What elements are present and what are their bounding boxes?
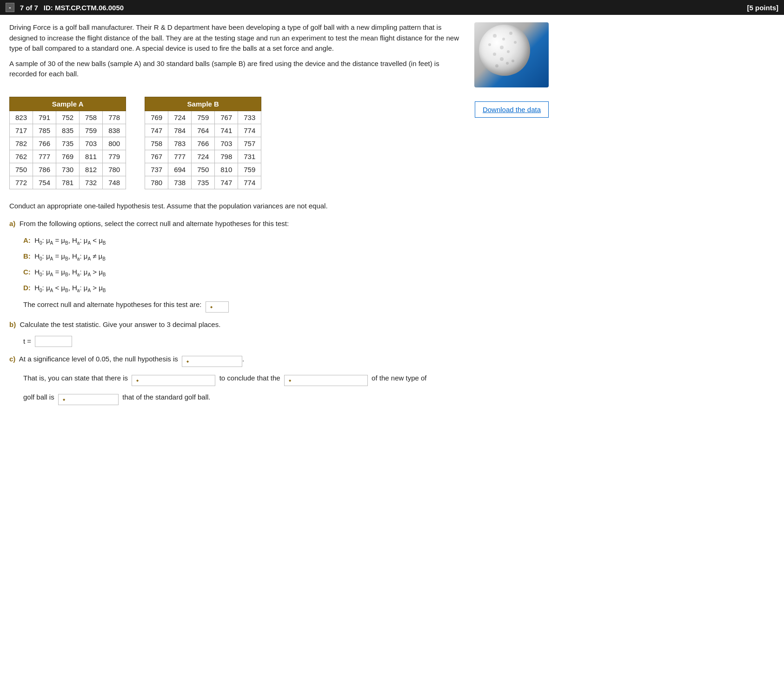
table-cell: 764 (192, 124, 215, 137)
table-cell: 774 (238, 124, 261, 137)
table-cell: 703 (80, 137, 103, 150)
part-b-label: b) (9, 320, 16, 328)
sample-a-table: Sample A 8237917527587787177858357598387… (9, 97, 126, 189)
collapse-button[interactable]: - (6, 3, 14, 12)
part-c-question: c) At a significance level of 0.05, the … (9, 353, 549, 367)
sample-b-table: Sample B 7697247597677337477847647417747… (145, 97, 261, 189)
sample-b-header: Sample B (145, 97, 261, 111)
table-row: 762777769811779 (10, 150, 126, 163)
table-cell: 759 (80, 124, 103, 137)
description-para1: Driving Force is a golf ball manufacture… (9, 22, 465, 54)
option-b-text: H0: μA = μB, Ha: μA ≠ μB (34, 252, 106, 260)
table-cell: 735 (192, 176, 215, 189)
part-a-text: From the following options, select the c… (20, 220, 289, 227)
part-b-question: b) Calculate the test statistic. Give yo… (9, 319, 549, 330)
table-cell: 798 (215, 150, 238, 163)
table-cell: 747 (215, 176, 238, 189)
statistic-arrow: ⬥ (288, 376, 292, 385)
comparison-select[interactable]: ⬥ (58, 394, 119, 405)
option-c-letter: C: (23, 268, 31, 276)
table-cell: 782 (10, 137, 33, 150)
table-cell: 735 (56, 137, 80, 150)
null-hypothesis-select[interactable]: ⬥ (182, 356, 242, 367)
header-bar: - 7 of 7 ID: MST.CP.CTM.06.0050 [5 point… (0, 0, 784, 15)
option-a: A: H0: μA = μB, Ha: μA < μB (23, 235, 549, 247)
table-row: 717785835759838 (10, 124, 126, 137)
table-cell: 737 (145, 163, 168, 176)
table-cell: 777 (168, 150, 192, 163)
part-c-label: c) (9, 355, 15, 363)
table-cell: 752 (56, 111, 80, 124)
option-c: C: H0: μA = μB, Ha: μA > μB (23, 267, 549, 279)
points-label: [5 points] (747, 4, 779, 12)
part-c-text4: of the new type of (372, 374, 426, 382)
sample-a-header: Sample A (10, 97, 126, 111)
table-cell: 750 (192, 163, 215, 176)
part-c-conclude-line: That is, you can state that there is ⬥ t… (23, 373, 549, 386)
table-cell: 759 (238, 163, 261, 176)
table-cell: 730 (56, 163, 80, 176)
table-row: 780738735747774 (145, 176, 261, 189)
question-id: ID: MST.CP.CTM.06.0050 (44, 4, 124, 12)
table-cell: 800 (103, 137, 126, 150)
part-b-input-line: t = (23, 336, 549, 347)
download-area: Download the data (475, 101, 549, 118)
table-cell: 838 (103, 124, 126, 137)
part-c-text1: At a significance level of 0.05, the nul… (19, 355, 178, 363)
tables-section: Sample A 8237917527587787177858357598387… (9, 97, 549, 189)
part-b-text: Calculate the test statistic. Give your … (20, 320, 221, 328)
table-cell: 757 (238, 137, 261, 150)
part-a-section: a) From the following options, select th… (9, 218, 549, 313)
table-row: 767777724798731 (145, 150, 261, 163)
table-cell: 780 (145, 176, 168, 189)
table-cell: 811 (80, 150, 103, 163)
table-cell: 747 (145, 124, 168, 137)
table-cell: 772 (10, 176, 33, 189)
table-cell: 717 (10, 124, 33, 137)
table-cell: 791 (33, 111, 56, 124)
table-cell: 835 (56, 124, 80, 137)
evidence-select[interactable]: ⬥ (132, 375, 215, 386)
option-a-text: H0: μA = μB, Ha: μA < μB (34, 236, 106, 244)
table-cell: 823 (10, 111, 33, 124)
table-cell: 724 (168, 111, 192, 124)
t-value-input[interactable] (35, 336, 72, 347)
table-cell: 766 (33, 137, 56, 150)
table-cell: 733 (238, 111, 261, 124)
table-row: 823791752758778 (10, 111, 126, 124)
table-cell: 694 (168, 163, 192, 176)
part-c-golf-label: golf ball is (23, 393, 54, 401)
table-cell: 731 (238, 150, 261, 163)
comparison-arrow: ⬥ (62, 395, 66, 404)
part-c-golf-line: golf ball is ⬥ that of the standard golf… (23, 392, 549, 405)
table-cell: 785 (33, 124, 56, 137)
table-cell: 703 (215, 137, 238, 150)
table-cell: 754 (33, 176, 56, 189)
hypothesis-select[interactable]: ⬥ (206, 301, 229, 313)
part-c-text3: to conclude that the (219, 374, 280, 382)
table-row: 772754781732748 (10, 176, 126, 189)
part-a-conclusion-text: The correct null and alternate hypothese… (23, 300, 202, 308)
table-row: 737694750810759 (145, 163, 261, 176)
table-cell: 780 (103, 163, 126, 176)
option-d: D: H0: μA < μB, Ha: μA > μB (23, 282, 549, 294)
table-cell: 732 (80, 176, 103, 189)
table-cell: 762 (10, 150, 33, 163)
download-link[interactable]: Download the data (475, 101, 549, 118)
part-c-text2: That is, you can state that there is (23, 374, 128, 382)
table-cell: 786 (33, 163, 56, 176)
table-cell: 767 (215, 111, 238, 124)
table-row: 758783766703757 (145, 137, 261, 150)
part-c-text6: that of the standard golf ball. (122, 393, 210, 401)
table-cell: 738 (168, 176, 192, 189)
sample-a-container: Sample A 8237917527587787177858357598387… (9, 97, 126, 189)
part-c-period: . (242, 355, 244, 363)
description-para2: A sample of 30 of the new balls (sample … (9, 59, 465, 80)
table-cell: 781 (56, 176, 80, 189)
statistic-select[interactable]: ⬥ (284, 375, 368, 386)
table-cell: 758 (145, 137, 168, 150)
table-cell: 769 (56, 150, 80, 163)
table-row: 750786730812780 (10, 163, 126, 176)
table-cell: 810 (215, 163, 238, 176)
table-cell: 766 (192, 137, 215, 150)
